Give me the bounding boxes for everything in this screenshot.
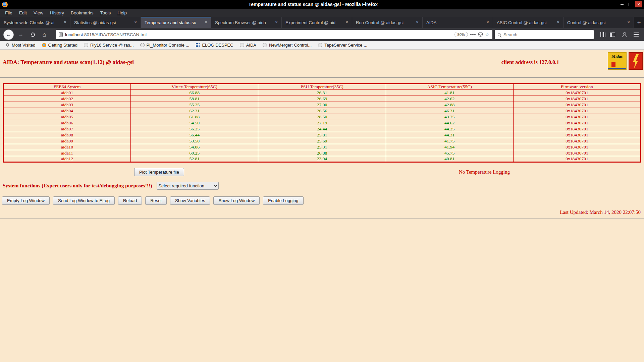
browser-tab[interactable]: Statistics @ aidas-gsi × (70, 17, 141, 28)
page-actions-icon[interactable] (470, 34, 472, 35)
bookmark-label: ELOG DESPEC (202, 43, 233, 48)
tab-close-icon[interactable]: × (626, 19, 632, 25)
tab-close-icon[interactable]: × (485, 19, 491, 25)
logging-status: No Temperature Logging (459, 169, 510, 175)
table-row: aida07 56.25 24.44 44.25 0x18430701 (3, 126, 641, 132)
tab-close-icon[interactable]: × (414, 19, 420, 25)
browser-tab[interactable]: Experiment Control @ aid × (282, 17, 352, 28)
url-path: :8015/AIDA/TSCAN/TSCAN.tml (83, 32, 147, 37)
reload-button[interactable] (28, 30, 37, 39)
close-button[interactable] (635, 1, 642, 7)
zoom-level-badge[interactable]: 80% (454, 32, 468, 37)
midas-logo: Midas (608, 52, 627, 70)
asic-temperature-cell: 41.75 (386, 138, 513, 144)
asic-temperature-cell: 42.62 (386, 96, 513, 102)
search-icon (498, 33, 501, 36)
forward-button[interactable] (16, 30, 25, 39)
action-button[interactable]: Reload (118, 196, 142, 205)
tab-close-icon[interactable]: × (344, 19, 350, 25)
fee64-system-cell: aida04 (3, 108, 131, 114)
menu-item[interactable]: Tools (97, 10, 114, 16)
firmware-version-cell: 0x18430701 (513, 120, 641, 126)
browser-tab[interactable]: Run Control @ aidas-gsi × (352, 17, 423, 28)
minimize-button[interactable] (619, 1, 625, 7)
account-button[interactable] (620, 30, 629, 39)
window-title: Temperature and status scan @ aidas-gsi … (8, 2, 619, 7)
tab-close-icon[interactable]: × (132, 19, 139, 25)
table-row: aida11 60.25 26.88 45.75 0x18430701 (3, 150, 641, 156)
menu-item[interactable]: Help (114, 10, 130, 16)
firmware-version-cell: 0x18430701 (513, 132, 641, 138)
bookmark-item[interactable]: Getting Started (39, 42, 80, 48)
home-button[interactable] (40, 30, 49, 39)
new-tab-button[interactable]: + (634, 17, 644, 28)
action-button[interactable]: Send Log Window to ELog (53, 196, 115, 205)
tab-title: Experiment Control @ aid (285, 20, 344, 25)
bookmark-item[interactable]: NewMerger: Control... (260, 42, 314, 48)
bookmark-favicon (42, 43, 46, 47)
maximize-button[interactable] (627, 1, 634, 7)
asic-temperature-cell: 44.62 (386, 120, 513, 126)
menu-item[interactable]: Bookmarks (68, 10, 97, 16)
virtex-temperature-cell: 58.81 (131, 96, 258, 102)
page-info-icon[interactable] (59, 32, 63, 37)
virtex-temperature-cell: 53.50 (131, 138, 258, 144)
action-button[interactable]: Empty Log Window (2, 196, 50, 205)
action-button[interactable]: Reset (145, 196, 167, 205)
fee64-system-cell: aida12 (3, 156, 131, 162)
bookmark-item[interactable]: Rly16 Service @ ras... (81, 42, 137, 48)
menu-item[interactable]: View (31, 10, 46, 16)
menu-item[interactable]: Edit (16, 10, 30, 16)
menu-item[interactable]: History (47, 10, 67, 16)
virtex-temperature-cell: 62.31 (131, 108, 258, 114)
url-bar[interactable]: localhost:8015/AIDA/TSCAN/TSCAN.tml 80% (56, 30, 492, 39)
app-menu-button[interactable] (631, 30, 641, 39)
bookmark-item[interactable]: Pi_Monitor Console ... (138, 42, 192, 48)
tab-close-icon[interactable]: × (62, 19, 68, 25)
browser-tab[interactable]: AIDA × (423, 17, 493, 28)
firmware-version-cell: 0x18430701 (513, 156, 641, 162)
search-input[interactable] (503, 32, 591, 37)
bookmark-item[interactable]: TapeServer Service ... (315, 42, 370, 48)
table-body: aida01 66.88 26.31 41.81 0x18430701 aida… (3, 90, 641, 162)
fee64-system-cell: aida03 (3, 102, 131, 108)
action-button[interactable]: Show Log Window (213, 196, 260, 205)
plot-temperature-button[interactable]: Plot Temperature file (134, 168, 184, 176)
bookmark-label: Getting Started (48, 43, 77, 48)
virtex-temperature-cell: 52.81 (131, 156, 258, 162)
virtex-temperature-cell: 56.25 (131, 126, 258, 132)
action-button[interactable]: Enable Logging (263, 196, 303, 205)
asic-temperature-cell: 41.94 (386, 144, 513, 150)
library-button[interactable] (596, 30, 605, 39)
sidebar-button[interactable] (608, 30, 617, 39)
function-select[interactable]: Select required function (157, 182, 219, 190)
table-row: aida09 53.50 25.69 41.75 0x18430701 (3, 138, 641, 144)
tab-close-icon[interactable]: × (273, 19, 279, 25)
back-button[interactable] (3, 29, 14, 40)
menu-item[interactable]: File (2, 10, 15, 16)
browser-tab[interactable]: Temperature and status sc × (141, 17, 211, 28)
tab-close-icon[interactable]: × (203, 19, 209, 25)
system-functions-label: System functions (Expert users only for … (3, 183, 152, 189)
tab-close-icon[interactable]: × (555, 19, 561, 25)
firmware-version-cell: 0x18430701 (513, 90, 641, 96)
bookmark-favicon (5, 43, 10, 47)
bookmark-label: Rly16 Service @ ras... (90, 43, 134, 48)
bookmark-item[interactable]: Most Visited (3, 42, 38, 48)
action-button[interactable]: Show Variables (170, 196, 210, 205)
virtex-temperature-cell: 66.88 (131, 90, 258, 96)
bookmark-item[interactable]: AIDA (237, 42, 259, 48)
tab-title: Control @ aidas-gsi (567, 20, 626, 25)
account-icon (622, 32, 627, 37)
bookmark-star-icon[interactable] (485, 32, 489, 38)
bookmark-item[interactable]: ELOG DESPEC (193, 42, 236, 48)
psu-temperature-cell: 23.94 (258, 156, 386, 162)
browser-tab[interactable]: Spectrum Browser @ aida × (211, 17, 282, 28)
pocket-icon[interactable] (478, 33, 483, 37)
logos: Midas (608, 52, 643, 70)
browser-tab[interactable]: ASIC Control @ aidas-gsi × (493, 17, 564, 28)
browser-tab[interactable]: System wide Checks @ ai × (0, 17, 70, 28)
browser-tab[interactable]: Control @ aidas-gsi × (564, 17, 634, 28)
midas-logo-figure (611, 62, 615, 67)
last-updated: Last Updated: March 14, 2020 22:07:50 (0, 209, 644, 215)
